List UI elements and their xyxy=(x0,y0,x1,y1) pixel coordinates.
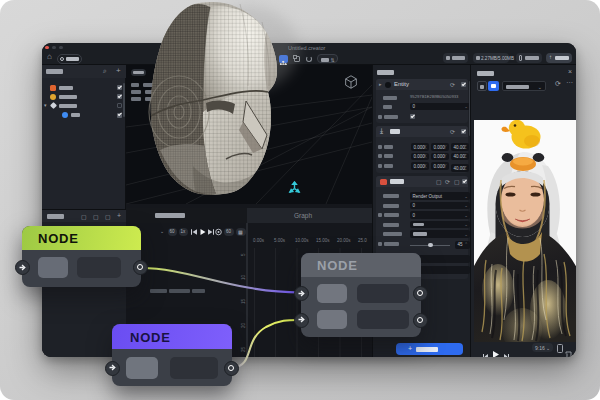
svg-text:15: 15 xyxy=(241,298,246,304)
svg-text:20: 20 xyxy=(241,322,246,328)
svg-text:5: 5 xyxy=(241,253,246,256)
svg-text:25: 25 xyxy=(241,346,246,352)
svg-text:10: 10 xyxy=(241,274,246,280)
